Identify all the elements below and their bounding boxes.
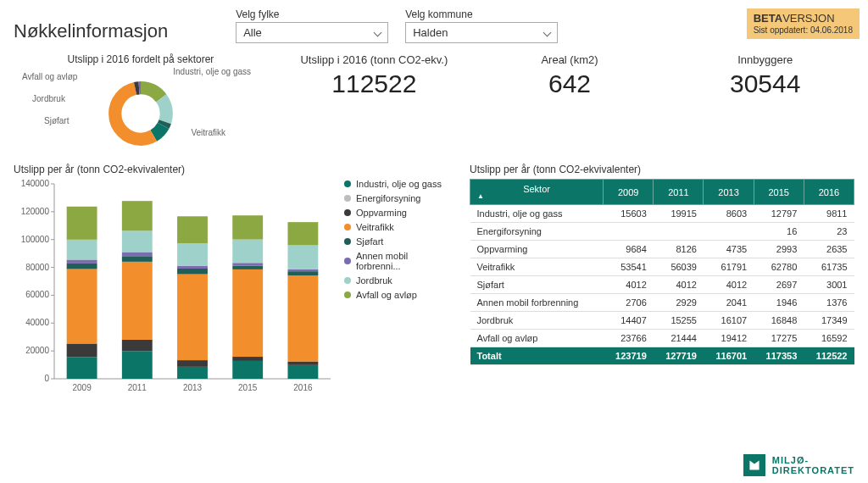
legend-label: Industri, olje og gass [356, 179, 442, 189]
donut-label-sjofart: Sjøfart [44, 116, 69, 125]
table-cell: 2993 [754, 241, 804, 258]
table-cell: Sjøfart [470, 276, 604, 294]
bar-chart-title: Utslipp per år (tonn CO2-ekvivalenter) [14, 164, 454, 175]
donut-label-avfall: Avfall og avløp [22, 72, 77, 81]
table-cell: 2706 [604, 294, 654, 312]
table-cell: 12797 [754, 205, 804, 223]
chevron-down-icon [543, 29, 552, 37]
svg-rect-53 [232, 265, 263, 269]
data-table[interactable]: Sektor▲20092011201320152016Industri, olj… [470, 179, 854, 365]
table-row[interactable]: Annen mobil forbrenning27062929204119461… [470, 294, 854, 312]
svg-text:60000: 60000 [25, 290, 49, 299]
table-header[interactable]: Sektor▲ [470, 180, 604, 205]
beta-badge: BETAVERSJON Sist oppdatert: 04.06.2018 [747, 8, 860, 39]
legend-item[interactable]: Energiforsyning [344, 193, 454, 203]
donut-label-jordbruk: Jordbruk [32, 94, 65, 103]
svg-text:20000: 20000 [25, 346, 49, 355]
table-cell: Industri, olje og gass [470, 205, 604, 223]
legend-item[interactable]: Sjøfart [344, 236, 454, 247]
table-cell: 4012 [704, 276, 754, 294]
legend-item[interactable]: Oppvarming [344, 208, 454, 218]
kpi-areal: Areal (km2) 642 [481, 53, 659, 98]
svg-rect-58 [287, 365, 318, 379]
svg-text:2009: 2009 [72, 383, 92, 392]
beta-rest: VERSJON [782, 12, 834, 25]
bar-chart[interactable]: 0200004000060000800001000001200001400002… [14, 179, 336, 399]
svg-rect-39 [122, 201, 153, 230]
legend-item[interactable]: Annen mobil forbrenni... [344, 251, 454, 271]
svg-text:0: 0 [44, 374, 49, 383]
svg-rect-31 [67, 207, 97, 240]
table-cell: 61791 [704, 258, 754, 276]
table-cell: Veitrafikk [470, 258, 604, 276]
table-cell: 9684 [604, 241, 654, 258]
svg-rect-43 [177, 275, 208, 361]
table-row[interactable]: Oppvarming96848126473529932635 [470, 241, 854, 258]
kpi-innbyggere-value: 30544 [676, 69, 854, 98]
table-header[interactable]: 2013 [704, 180, 754, 205]
table-cell: 19412 [704, 330, 754, 347]
table-cell: 61735 [804, 258, 854, 276]
table-cell: 2929 [654, 294, 704, 312]
table-cell: 53541 [604, 258, 654, 276]
fylke-selected: Alle [243, 26, 262, 39]
legend-label: Energiforsyning [356, 193, 420, 203]
table-row[interactable]: Sjøfart40124012401226973001 [470, 276, 854, 294]
svg-rect-42 [177, 360, 208, 367]
donut-title: Utslipp i 2016 fordelt på sektorer [14, 53, 268, 65]
svg-rect-64 [287, 245, 318, 269]
legend-item[interactable]: Avfall og avløp [344, 290, 454, 300]
table-header[interactable]: 2016 [804, 180, 854, 205]
table-cell: Totalt [470, 347, 604, 365]
kpi-areal-value: 642 [481, 69, 659, 98]
table-cell: 15603 [604, 205, 654, 223]
fylke-dropdown[interactable]: Alle [236, 22, 388, 43]
svg-rect-60 [287, 362, 318, 365]
beta-updated: Sist oppdatert: 04.06.2018 [754, 25, 853, 36]
kpi-utslipp-label: Utslipp i 2016 (tonn CO2-ekv.) [285, 53, 464, 66]
table-cell: 117353 [754, 347, 804, 365]
svg-rect-63 [287, 269, 318, 271]
table-cell: 2635 [804, 241, 854, 258]
svg-text:140000: 140000 [21, 179, 50, 188]
legend-item[interactable]: Jordbruk [344, 275, 454, 286]
table-cell: 16 [754, 223, 804, 241]
svg-rect-30 [67, 240, 97, 260]
kommune-dropdown[interactable]: Halden [405, 22, 558, 43]
legend-swatch-icon [344, 209, 351, 216]
legend-label: Annen mobil forbrenni... [356, 251, 454, 271]
table-cell: 56039 [654, 258, 704, 276]
table-row[interactable]: Energiforsyning1623 [470, 223, 854, 241]
legend-swatch-icon [344, 258, 351, 264]
kommune-selected: Halden [413, 26, 448, 39]
svg-rect-54 [232, 263, 263, 265]
svg-rect-29 [67, 259, 97, 263]
svg-rect-41 [177, 367, 208, 379]
table-row[interactable]: Industri, olje og gass156031991586031279… [470, 205, 854, 223]
table-row[interactable]: Avfall og avløp2376621444194121727516592 [470, 330, 854, 347]
svg-rect-45 [177, 266, 208, 269]
donut-chart[interactable]: Avfall og avløp Jordbruk Sjøfart Industr… [14, 67, 268, 160]
table-cell: 4012 [654, 276, 704, 294]
table-cell: 9811 [804, 205, 854, 223]
table-row[interactable]: Veitrafikk5354156039617916278061735 [470, 258, 854, 276]
table-cell: Oppvarming [470, 241, 604, 258]
table-row[interactable]: Jordbruk1440715255161071684817349 [470, 312, 854, 330]
legend-item[interactable]: Industri, olje og gass [344, 179, 454, 189]
bar-legend[interactable]: Industri, olje og gassEnergiforsyningOpp… [336, 179, 454, 399]
table-header[interactable]: 2015 [754, 180, 804, 205]
chevron-down-icon [374, 29, 382, 37]
table-total-row: Totalt123719127719116701117353112522 [470, 347, 854, 365]
table-header[interactable]: 2011 [654, 180, 704, 205]
svg-rect-35 [122, 262, 153, 340]
svg-rect-62 [287, 271, 318, 275]
table-cell: 16848 [754, 312, 804, 330]
legend-item[interactable]: Veitrafikk [344, 222, 454, 232]
table-header[interactable]: 2009 [604, 180, 654, 205]
svg-rect-52 [232, 269, 263, 357]
svg-text:2011: 2011 [128, 383, 147, 392]
table-cell: Annen mobil forbrenning [470, 294, 604, 312]
svg-rect-49 [232, 361, 263, 379]
legend-label: Oppvarming [356, 208, 407, 218]
svg-rect-47 [177, 216, 208, 243]
